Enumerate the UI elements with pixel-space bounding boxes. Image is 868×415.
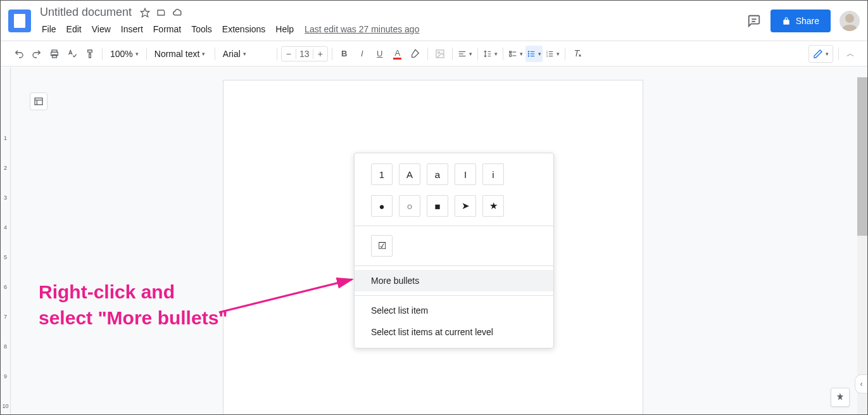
highlight-button[interactable] (407, 46, 424, 62)
font-size-decrease[interactable]: − (282, 49, 296, 59)
menu-divider (355, 295, 553, 296)
collapse-toolbar-button[interactable]: ︿ (844, 46, 857, 62)
docs-logo-icon[interactable] (8, 10, 31, 32)
app-header: Untitled document File Edit View Insert … (1, 1, 867, 41)
svg-rect-19 (531, 51, 534, 51)
spellcheck-button[interactable] (64, 46, 80, 62)
ruler-tick: 6 (1, 284, 10, 314)
separator (503, 48, 503, 60)
ruler-tick: 10 (1, 403, 10, 415)
bullet-option-circle[interactable]: ○ (399, 195, 420, 217)
bulleted-list-button[interactable] (525, 46, 543, 62)
clear-formatting-button[interactable] (569, 46, 586, 62)
separator (332, 48, 332, 60)
user-avatar[interactable] (840, 11, 860, 31)
last-edit-link[interactable]: Last edit was 27 minutes ago (305, 24, 419, 34)
bullet-option-checkbox[interactable]: ☑ (371, 235, 393, 257)
menu-divider (355, 226, 553, 226)
text-color-button[interactable]: A (389, 46, 406, 62)
side-panel-toggle[interactable]: ‹ (855, 374, 867, 393)
editing-mode-button[interactable] (808, 45, 833, 63)
menu-extensions[interactable]: Extensions (218, 22, 270, 37)
menu-file[interactable]: File (37, 22, 61, 37)
bullet-context-menu: 1 A a I i ● ○ ■ ➤ ★ ☑ More bullets Selec… (354, 153, 554, 348)
separator (452, 48, 453, 60)
star-icon[interactable] (139, 7, 151, 18)
undo-button[interactable] (11, 46, 27, 62)
toolbar-right: ︿ (808, 45, 857, 63)
paint-format-button[interactable] (82, 46, 98, 62)
zoom-select[interactable]: 100% (106, 46, 142, 62)
svg-point-18 (528, 55, 529, 56)
font-select[interactable]: Arial (219, 46, 273, 62)
ruler-tick (1, 105, 10, 135)
ruler-tick: 4 (1, 224, 10, 254)
numbered-list-button[interactable]: 123 (544, 46, 561, 62)
menu-format[interactable]: Format (149, 22, 186, 37)
explore-button[interactable] (831, 388, 850, 407)
ruler-tick: 9 (1, 373, 10, 403)
print-button[interactable] (46, 46, 63, 62)
bullet-option-disc[interactable]: ● (371, 195, 393, 217)
menu-select-items-level[interactable]: Select list items at current level (355, 321, 553, 343)
separator (277, 48, 277, 60)
ruler-tick: 5 (1, 254, 10, 284)
menu-tools[interactable]: Tools (187, 22, 217, 37)
bullet-option-arrow[interactable]: ➤ (455, 195, 476, 217)
bullet-option-star[interactable]: ★ (482, 195, 504, 217)
lock-icon (782, 16, 791, 25)
bulleted-options-row: ● ○ ■ ➤ ★ (355, 190, 553, 222)
bullet-option-1[interactable]: 1 (371, 163, 393, 185)
bullet-option-I[interactable]: I (455, 163, 476, 185)
italic-button[interactable]: I (354, 46, 370, 62)
header-right: Share (746, 10, 860, 32)
redo-button[interactable] (28, 46, 45, 62)
bullet-option-square[interactable]: ■ (427, 195, 448, 217)
svg-point-17 (528, 53, 529, 54)
style-select[interactable]: Normal text (151, 46, 211, 62)
outline-button[interactable] (30, 93, 47, 110)
svg-marker-0 (141, 8, 149, 16)
menu-view[interactable]: View (87, 22, 115, 37)
ruler-tick: 3 (1, 195, 10, 224)
bullet-option-a[interactable]: a (427, 163, 448, 185)
underline-button[interactable]: U (372, 46, 388, 62)
scrollbar-thumb[interactable] (857, 77, 867, 236)
font-size-increase[interactable]: + (313, 49, 327, 59)
ruler-tick: 7 (1, 314, 10, 343)
cloud-status-icon[interactable] (172, 7, 184, 18)
ruler-tick: 2 (1, 165, 10, 195)
bullet-option-A[interactable]: A (399, 163, 420, 185)
menu-more-bullets[interactable]: More bullets (355, 270, 553, 291)
annotation-line: Right-click and (39, 279, 228, 305)
menu-help[interactable]: Help (271, 22, 298, 37)
align-button[interactable] (456, 46, 474, 62)
annotation-text: Right-click and select "More bullets" (39, 279, 228, 331)
pencil-icon (813, 49, 823, 59)
line-spacing-button[interactable] (482, 46, 499, 62)
share-button[interactable]: Share (771, 10, 831, 32)
comments-icon[interactable] (746, 13, 762, 29)
separator (215, 48, 215, 60)
separator (146, 48, 147, 60)
menu-select-list-item[interactable]: Select list item (355, 300, 553, 321)
annotation-line: select "More bullets" (39, 305, 228, 331)
title-area: Untitled document File Edit View Insert … (37, 4, 746, 37)
document-title[interactable]: Untitled document (37, 4, 134, 20)
vertical-scrollbar[interactable] (857, 77, 867, 414)
checkbox-row: ☑ (355, 230, 553, 262)
font-size-value[interactable]: 13 (296, 49, 313, 59)
numbered-options-row: 1 A a I i (355, 158, 553, 190)
insert-image-button[interactable] (432, 46, 448, 62)
share-label: Share (796, 16, 819, 26)
vertical-ruler[interactable]: 1 2 3 4 5 6 7 8 9 10 (1, 67, 11, 414)
bold-button[interactable]: B (336, 46, 353, 62)
menu-divider (355, 265, 553, 266)
menu-edit[interactable]: Edit (62, 22, 86, 37)
move-icon[interactable] (156, 7, 167, 18)
menu-insert[interactable]: Insert (116, 22, 148, 37)
bullet-option-i[interactable]: i (482, 163, 504, 185)
svg-point-8 (437, 51, 439, 53)
title-row: Untitled document (37, 4, 746, 20)
checklist-button[interactable] (507, 46, 524, 62)
